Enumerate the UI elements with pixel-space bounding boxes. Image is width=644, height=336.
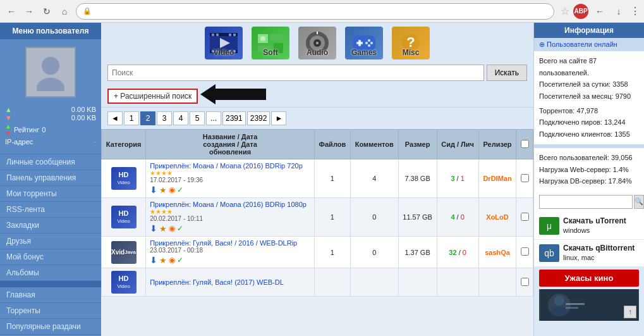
page-3-button[interactable]: 3	[157, 111, 172, 125]
row4-select[interactable]	[521, 278, 529, 286]
row2-checkbox[interactable]	[516, 198, 533, 237]
row2-select[interactable]	[521, 213, 529, 221]
sidebar-item-control[interactable]: Панель управления	[0, 170, 101, 186]
qbittorrent-download[interactable]: qb Скачать qBittorrent linux, mac	[534, 240, 644, 267]
row2-ok-icon[interactable]: ✓	[177, 224, 183, 233]
page-2-button[interactable]: 2	[140, 111, 155, 125]
sidebar-item-rss[interactable]: RSS-лента	[0, 202, 101, 218]
row2-releaser[interactable]: XoLoD	[478, 198, 516, 237]
table-row: XvidJava Прикреплён: Гуляй, Вася! / 2016…	[102, 237, 533, 268]
back-alt-button[interactable]: ←	[592, 4, 607, 19]
row2-star-icon[interactable]: ★	[159, 224, 167, 233]
row3-select[interactable]	[521, 247, 529, 256]
category-games[interactable]: Games	[342, 27, 386, 57]
back-button[interactable]: ←	[4, 4, 19, 19]
page-1-button[interactable]: 1	[124, 111, 139, 125]
cs-banner[interactable]: ↑	[539, 289, 639, 321]
row2-size: 11.57 GB	[398, 198, 437, 237]
search-input[interactable]	[107, 65, 484, 81]
rating-up-icon[interactable]: ▲	[5, 123, 11, 130]
scroll-up-button[interactable]: ↑	[624, 306, 636, 318]
svg-point-1	[37, 78, 64, 91]
row3-download-icon[interactable]: ⬇	[150, 255, 157, 265]
row1-star-icon[interactable]: ★	[159, 185, 167, 195]
sidebar-item-messages[interactable]: Личные сообщения	[0, 154, 101, 170]
row1-checkbox[interactable]	[516, 159, 533, 198]
forward-alt-button[interactable]: ↓	[611, 4, 626, 19]
stat-total-users: Всего пользователей: 39,056	[539, 152, 639, 164]
row4-category: HDVideo	[102, 268, 146, 297]
row2-title-cell: Прикреплён: Моана / Moana (2016) BDRip 1…	[146, 198, 315, 237]
row3-rss-icon[interactable]: ◉	[169, 256, 175, 264]
rating-value: 0	[42, 126, 46, 134]
prev-page-button[interactable]: ◄	[107, 111, 123, 125]
sidebar-item-mytorrents[interactable]: Мои торренты	[0, 186, 101, 202]
row3-releaser[interactable]: sashQa	[478, 237, 516, 268]
left-sidebar: Меню пользователя ▲ 0.00 KB ▼ 0.00 KB ▲	[0, 23, 101, 336]
refresh-button[interactable]: ↻	[39, 4, 54, 19]
info-search-input[interactable]	[539, 195, 633, 209]
abp-button[interactable]: ABP	[573, 4, 588, 19]
advanced-search-toggle[interactable]: + Расширенный поиск	[107, 89, 198, 104]
page-2392-button[interactable]: 2392	[247, 111, 270, 125]
page-5-button[interactable]: 5	[190, 111, 205, 125]
row3-title[interactable]: Прикреплён: Гуляй, Вася! / 2016 / WEB-DL…	[150, 239, 310, 247]
sidebar-item-friends[interactable]: Друзья	[0, 233, 101, 249]
row1-ok-icon[interactable]: ✓	[177, 185, 183, 194]
row1-select[interactable]	[521, 174, 529, 182]
page-4-button[interactable]: 4	[173, 111, 188, 125]
sidebar-item-home[interactable]: Главная	[0, 287, 101, 303]
stat-day: Посетителей за сутки: 3358	[539, 78, 639, 90]
online-toggle[interactable]: ⊕ Пользователи онлайн	[534, 38, 644, 51]
row1-releaser[interactable]: DrDIMan	[478, 159, 516, 198]
stat-peers: Подключено пиров: 13,244	[539, 116, 639, 128]
address-bar[interactable]: 🔒 torrent.aqproject.ru/torrent/browse	[76, 3, 554, 20]
row3-checkbox[interactable]	[516, 237, 533, 268]
category-misc[interactable]: ? Misc	[389, 27, 433, 57]
row2-title[interactable]: Прикреплён: Моана / Moana (2016) BDRip 1…	[150, 201, 310, 208]
search-button[interactable]: Искать	[487, 65, 527, 81]
row3-ok-icon[interactable]: ✓	[177, 256, 183, 264]
sidebar-item-bonus[interactable]: Мой бонус	[0, 249, 101, 265]
row1-title-link[interactable]: Прикреплён: Моана / Moana (2016) BDRip 7…	[150, 162, 303, 170]
svg-point-29	[368, 44, 370, 47]
svg-rect-6	[216, 34, 219, 36]
row3-date: 23.03.2017 - 00:18	[150, 247, 310, 254]
select-all-checkbox[interactable]	[521, 140, 529, 148]
info-search-button[interactable]: 🔍	[634, 195, 644, 209]
svg-point-27	[368, 39, 370, 42]
row3-cat-badge: XvidJava	[111, 241, 137, 264]
row2-rss-icon[interactable]: ◉	[169, 224, 175, 233]
row1-download-icon[interactable]: ⬇	[150, 185, 157, 195]
row2-download-icon[interactable]: ⬇	[150, 223, 157, 233]
next-page-button[interactable]: ►	[271, 111, 286, 125]
category-audio[interactable]: Audio	[295, 27, 339, 57]
sidebar-item-popular[interactable]: Популярные раздачи	[0, 319, 101, 335]
browser-menu-button[interactable]: ⋮	[630, 5, 640, 17]
row3-star-icon[interactable]: ★	[159, 256, 167, 265]
sidebar-item-bookmarks[interactable]: Закладки	[0, 218, 101, 233]
category-soft[interactable]: Soft	[248, 27, 293, 57]
utorrent-download[interactable]: μ Скачать uTorrent windows	[534, 213, 644, 240]
category-video[interactable]: Video	[202, 27, 246, 57]
row1-title[interactable]: Прикреплён: Моана / Moana (2016) BDRip 7…	[150, 162, 310, 170]
url-input[interactable]: torrent.aqproject.ru/torrent/browse	[94, 7, 547, 16]
home-button[interactable]: ⌂	[57, 4, 72, 19]
row2-title-link[interactable]: Прикреплён: Моана / Moana (2016) BDRip 1…	[150, 201, 307, 208]
forward-button[interactable]: →	[21, 4, 37, 19]
info-title: Информация	[534, 23, 644, 38]
horror-banner[interactable]: Ужасы кино	[539, 270, 639, 287]
row1-rss-icon[interactable]: ◉	[169, 185, 175, 194]
rating-down-icon[interactable]: ▼	[5, 130, 11, 137]
row4-title-link[interactable]: Прикреплён: Гуляй, Вася! (2017) WEB-DL	[150, 278, 284, 286]
row2-stars: ★★★★	[150, 208, 310, 215]
sidebar-item-torrents[interactable]: Торренты	[0, 303, 101, 319]
sidebar-item-albums[interactable]: Альбомы	[0, 265, 101, 281]
row3-title-cell: Прикреплён: Гуляй, Вася! / 2016 / WEB-DL…	[146, 237, 315, 268]
page-2391-button[interactable]: 2391	[222, 111, 246, 125]
row4-checkbox[interactable]	[516, 268, 533, 297]
row4-title[interactable]: Прикреплён: Гуляй, Вася! (2017) WEB-DL	[150, 278, 310, 286]
bookmark-icon[interactable]: ☆	[561, 5, 569, 17]
sidebar-title: Меню пользователя	[0, 23, 101, 39]
row3-title-link[interactable]: Прикреплён: Гуляй, Вася! / 2016 / WEB-DL…	[150, 239, 297, 247]
